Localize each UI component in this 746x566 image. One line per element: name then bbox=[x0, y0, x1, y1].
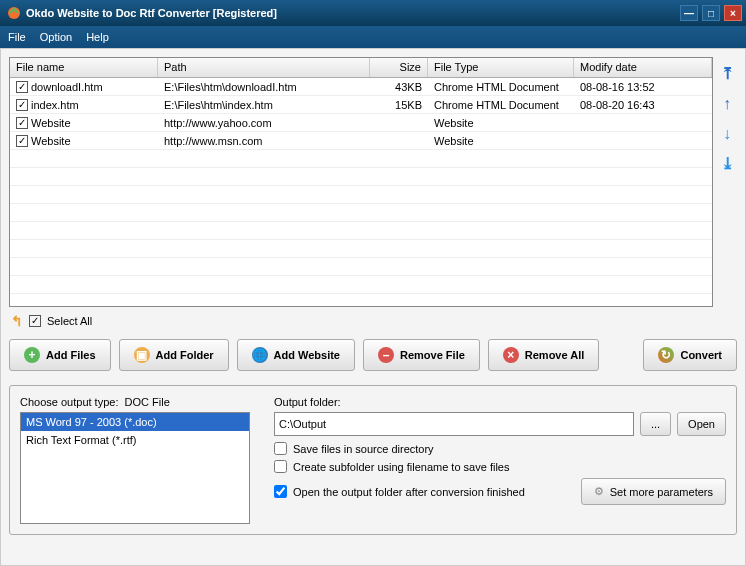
col-filename[interactable]: File name bbox=[10, 58, 158, 77]
add-files-label: Add Files bbox=[46, 349, 96, 361]
gear-icon: ⚙ bbox=[594, 485, 604, 498]
open-after-checkbox[interactable] bbox=[274, 485, 287, 498]
output-type-item[interactable]: MS Word 97 - 2003 (*.doc) bbox=[21, 413, 249, 431]
open-folder-button[interactable]: Open bbox=[677, 412, 726, 436]
row-type: Chrome HTML Document bbox=[428, 99, 574, 111]
move-top-icon[interactable]: ⤒ bbox=[718, 65, 736, 83]
add-files-button[interactable]: +Add Files bbox=[9, 339, 111, 371]
remove-all-label: Remove All bbox=[525, 349, 585, 361]
row-mdate: 08-08-16 13:52 bbox=[574, 81, 712, 93]
remove-all-button[interactable]: ×Remove All bbox=[488, 339, 600, 371]
set-more-parameters-button[interactable]: ⚙Set more parameters bbox=[581, 478, 726, 505]
col-modifydate[interactable]: Modify date bbox=[574, 58, 712, 77]
move-bottom-icon[interactable]: ⤓ bbox=[718, 155, 736, 173]
selectall-label: Select All bbox=[47, 315, 92, 327]
window-title: Okdo Website to Doc Rtf Converter [Regis… bbox=[26, 7, 680, 19]
row-path: E:\Files\htm\downloadI.htm bbox=[158, 81, 370, 93]
menu-option[interactable]: Option bbox=[40, 31, 72, 43]
globe-icon: 🌐 bbox=[252, 347, 268, 363]
row-checkbox[interactable]: ✓ bbox=[16, 99, 28, 111]
save-in-source-checkbox[interactable] bbox=[274, 442, 287, 455]
row-type: Website bbox=[428, 135, 574, 147]
add-website-label: Add Website bbox=[274, 349, 340, 361]
table-row[interactable]: ✓index.htmE:\Files\htm\index.htm15KBChro… bbox=[10, 96, 712, 114]
menubar: File Option Help bbox=[0, 26, 746, 48]
row-mdate: 08-08-20 16:43 bbox=[574, 99, 712, 111]
up-level-icon[interactable]: ↰ bbox=[11, 313, 23, 329]
set-more-parameters-label: Set more parameters bbox=[610, 486, 713, 498]
row-checkbox[interactable]: ✓ bbox=[16, 135, 28, 147]
plus-icon: + bbox=[24, 347, 40, 363]
open-after-label: Open the output folder after conversion … bbox=[293, 486, 525, 498]
minimize-button[interactable]: — bbox=[680, 5, 698, 21]
save-in-source-label: Save files in source directory bbox=[293, 443, 434, 455]
table-row[interactable]: ✓Websitehttp://www.yahoo.comWebsite bbox=[10, 114, 712, 132]
move-down-icon[interactable]: ↓ bbox=[718, 125, 736, 143]
menu-help[interactable]: Help bbox=[86, 31, 109, 43]
row-path: http://www.yahoo.com bbox=[158, 117, 370, 129]
row-size: 15KB bbox=[370, 99, 428, 111]
add-website-button[interactable]: 🌐Add Website bbox=[237, 339, 355, 371]
remove-file-button[interactable]: –Remove File bbox=[363, 339, 480, 371]
folder-icon: ▣ bbox=[134, 347, 150, 363]
row-filename: Website bbox=[31, 117, 71, 129]
maximize-button[interactable]: □ bbox=[702, 5, 720, 21]
close-button[interactable]: × bbox=[724, 5, 742, 21]
app-icon bbox=[6, 5, 22, 21]
create-subfolder-label: Create subfolder using filename to save … bbox=[293, 461, 509, 473]
row-path: http://www.msn.com bbox=[158, 135, 370, 147]
row-size: 43KB bbox=[370, 81, 428, 93]
output-type-list[interactable]: MS Word 97 - 2003 (*.doc)Rich Text Forma… bbox=[20, 412, 250, 524]
create-subfolder-checkbox[interactable] bbox=[274, 460, 287, 473]
file-list[interactable]: File name Path Size File Type Modify dat… bbox=[9, 57, 713, 307]
row-filename: downloadI.htm bbox=[31, 81, 103, 93]
output-folder-input[interactable] bbox=[274, 412, 634, 436]
output-folder-label: Output folder: bbox=[274, 396, 726, 408]
row-filename: index.htm bbox=[31, 99, 79, 111]
convert-button[interactable]: ↻Convert bbox=[643, 339, 737, 371]
table-row[interactable]: ✓downloadI.htmE:\Files\htm\downloadI.htm… bbox=[10, 78, 712, 96]
col-filetype[interactable]: File Type bbox=[428, 58, 574, 77]
menu-file[interactable]: File bbox=[8, 31, 26, 43]
selectall-checkbox[interactable]: ✓ bbox=[29, 315, 41, 327]
output-type-item[interactable]: Rich Text Format (*.rtf) bbox=[21, 431, 249, 449]
minus-icon: – bbox=[378, 347, 394, 363]
move-up-icon[interactable]: ↑ bbox=[718, 95, 736, 113]
col-size[interactable]: Size bbox=[370, 58, 428, 77]
row-filename: Website bbox=[31, 135, 71, 147]
col-path[interactable]: Path bbox=[158, 58, 370, 77]
x-icon: × bbox=[503, 347, 519, 363]
browse-button[interactable]: ... bbox=[640, 412, 671, 436]
output-type-label: Choose output type: DOC File bbox=[20, 396, 250, 408]
row-type: Website bbox=[428, 117, 574, 129]
add-folder-label: Add Folder bbox=[156, 349, 214, 361]
row-path: E:\Files\htm\index.htm bbox=[158, 99, 370, 111]
row-type: Chrome HTML Document bbox=[428, 81, 574, 93]
table-row[interactable]: ✓Websitehttp://www.msn.comWebsite bbox=[10, 132, 712, 150]
row-checkbox[interactable]: ✓ bbox=[16, 117, 28, 129]
convert-label: Convert bbox=[680, 349, 722, 361]
file-list-header: File name Path Size File Type Modify dat… bbox=[10, 58, 712, 78]
remove-file-label: Remove File bbox=[400, 349, 465, 361]
convert-icon: ↻ bbox=[658, 347, 674, 363]
row-checkbox[interactable]: ✓ bbox=[16, 81, 28, 93]
add-folder-button[interactable]: ▣Add Folder bbox=[119, 339, 229, 371]
